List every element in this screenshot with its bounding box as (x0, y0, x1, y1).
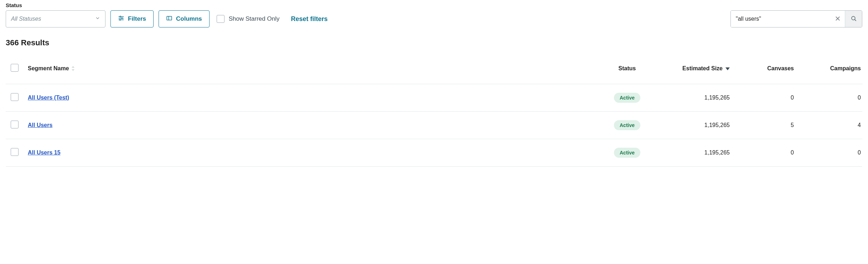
campaigns-value: 4 (858, 122, 861, 128)
chevron-down-icon (95, 16, 100, 22)
status-badge: Active (614, 120, 640, 130)
columns-icon (166, 15, 172, 23)
column-header-campaigns[interactable]: Campaigns (830, 65, 861, 71)
svg-marker-12 (72, 66, 74, 68)
sort-indicator-icon (71, 66, 75, 71)
column-header-status[interactable]: Status (619, 65, 636, 71)
starred-only-wrap: Show Starred Only (217, 15, 280, 23)
search-box (730, 10, 862, 27)
estimated-size-value: 1,195,265 (704, 149, 730, 156)
filters-button-label: Filters (128, 15, 146, 22)
svg-point-1 (120, 16, 121, 17)
table-row: All Users (Test) Active 1,195,265 0 0 (6, 84, 862, 112)
svg-line-11 (854, 19, 856, 21)
columns-button-label: Columns (176, 15, 202, 22)
filters-button[interactable]: Filters (110, 10, 154, 27)
status-filter-label: Status (6, 2, 862, 8)
estimated-size-value: 1,195,265 (704, 122, 730, 128)
canvases-value: 0 (791, 95, 794, 101)
svg-rect-6 (167, 16, 172, 20)
column-header-size[interactable]: Estimated Size (682, 65, 723, 72)
search-input[interactable] (731, 11, 831, 27)
segments-table: Segment Name Status Estimated Size Canva… (6, 57, 862, 167)
toolbar: All Statuses Filters Columns Show Starre… (6, 10, 862, 27)
search-submit-button[interactable] (845, 11, 862, 27)
columns-button[interactable]: Columns (159, 10, 210, 27)
campaigns-value: 0 (858, 149, 861, 156)
estimated-size-value: 1,195,265 (704, 95, 730, 101)
status-badge: Active (614, 148, 640, 158)
segment-name-link[interactable]: All Users (28, 122, 52, 128)
column-header-name[interactable]: Segment Name (28, 65, 69, 72)
segment-name-link[interactable]: All Users 15 (28, 149, 61, 156)
svg-marker-14 (725, 67, 730, 70)
reset-filters-link[interactable]: Reset filters (291, 15, 327, 23)
svg-marker-13 (72, 69, 74, 71)
close-icon (835, 15, 841, 23)
canvases-value: 5 (791, 122, 794, 128)
sliders-icon (118, 15, 124, 23)
sort-desc-icon (725, 65, 730, 72)
search-clear-button[interactable] (831, 11, 845, 27)
status-select[interactable]: All Statuses (6, 10, 105, 27)
starred-only-checkbox[interactable] (217, 15, 224, 23)
starred-only-label: Show Starred Only (229, 15, 280, 22)
campaigns-value: 0 (858, 95, 861, 101)
canvases-value: 0 (791, 149, 794, 156)
row-checkbox[interactable] (11, 121, 19, 128)
select-all-checkbox[interactable] (11, 64, 19, 72)
table-row: All Users 15 Active 1,195,265 0 0 (6, 139, 862, 167)
search-icon (851, 15, 857, 23)
svg-point-5 (120, 19, 121, 20)
row-checkbox[interactable] (11, 148, 19, 156)
status-badge: Active (614, 93, 640, 103)
segment-name-link[interactable]: All Users (Test) (28, 95, 69, 101)
results-count: 366 Results (6, 38, 862, 47)
table-row: All Users Active 1,195,265 5 4 (6, 112, 862, 139)
svg-point-3 (122, 17, 123, 19)
status-select-value: All Statuses (11, 16, 41, 22)
column-header-canvases[interactable]: Canvases (767, 65, 794, 71)
row-checkbox[interactable] (11, 93, 19, 101)
